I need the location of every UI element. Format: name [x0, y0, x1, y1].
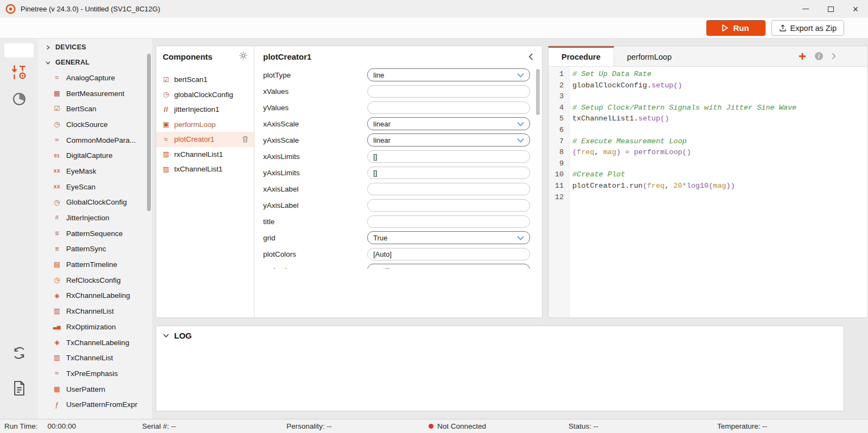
property-input[interactable]	[367, 150, 530, 163]
content-area: Components	[152, 39, 868, 419]
property-input[interactable]	[367, 199, 530, 212]
run-button[interactable]: Run	[706, 20, 765, 36]
property-select[interactable]: rectilinear	[367, 264, 530, 269]
editor-tab[interactable]: Procedure	[548, 46, 614, 66]
tree-item[interactable]: ≡ PatternSync	[38, 241, 152, 257]
property-select[interactable]: line	[367, 68, 530, 81]
component-item[interactable]: ▥ rxChannelList1	[156, 147, 254, 162]
sync-icon[interactable]	[0, 346, 38, 360]
tree-item[interactable]: ◈ RxChannelLabeling	[38, 288, 152, 304]
gear-icon[interactable]	[239, 52, 247, 62]
add-tab-icon[interactable]: +	[799, 50, 806, 63]
property-row: xAxisScale linear	[254, 116, 542, 132]
tree-item[interactable]: XX EyeMask	[38, 163, 152, 179]
component-item-label: bertScan1	[174, 75, 208, 84]
properties-panel: plotCreator1 plotType line	[254, 46, 542, 317]
tree-item[interactable]: ≡ PatternSequence	[38, 226, 152, 241]
io-config-icon[interactable]	[0, 63, 38, 81]
tree-item[interactable]: ▦ BertMeasurement	[38, 86, 152, 101]
tree-item[interactable]: XX EyeScan	[38, 179, 152, 195]
tree-item[interactable]: ▥ TxChannelList	[38, 350, 152, 366]
tree-item[interactable]: ▥ RxChannelList	[38, 303, 152, 319]
close-button[interactable]: ×	[843, 0, 868, 18]
properties-scrollbar[interactable]	[536, 69, 540, 115]
code-text: plotCreator1.run(freq, 20*log10(mag))	[564, 181, 735, 192]
binary-icon: 01	[52, 154, 62, 158]
tree-item-label: EyeScan	[66, 183, 95, 191]
tree-item[interactable]: ≈ AnalogCapture	[38, 70, 152, 86]
tree-item[interactable]: ▃▅ RxOptimization	[38, 319, 152, 335]
component-item[interactable]: ◷ globalClockConfig	[156, 87, 254, 103]
component-item[interactable]: // jitterInjection1	[156, 102, 254, 117]
property-select-value: linear	[373, 120, 391, 128]
tree-item-label: RxChannelLabeling	[66, 291, 130, 300]
minimize-icon	[802, 9, 809, 9]
code-line: 11 plotCreator1.run(freq, 20*log10(mag))	[548, 181, 867, 192]
property-row: plotColors [Auto]	[254, 246, 542, 262]
pattern-sync-icon: ≡	[52, 246, 62, 253]
tree-item[interactable]: ≈ TxPreEmphasis	[38, 366, 152, 381]
property-select[interactable]: True	[367, 231, 530, 244]
component-item[interactable]: ▥ txChannelList1	[156, 162, 254, 177]
waveform-icon: ≈	[52, 137, 62, 144]
sequence-icon: ≡	[52, 230, 62, 237]
property-input[interactable]	[367, 183, 530, 195]
property-input[interactable]	[367, 248, 530, 260]
property-label: xValues	[263, 87, 367, 95]
property-select[interactable]: linear	[367, 133, 530, 147]
maximize-button[interactable]	[818, 0, 843, 18]
tree-item[interactable]: ◈ TxChannelLabeling	[38, 335, 152, 351]
main-area: DEVICES GENERAL ≈ AnalogCapture ▦ BertMe…	[0, 39, 868, 419]
log-title: LOG	[174, 331, 192, 340]
pie-chart-icon[interactable]	[0, 92, 38, 106]
tree-item[interactable]: ▤ PatternTimeline	[38, 257, 152, 272]
tree-item[interactable]: ◷ GlobalClockConfig	[38, 195, 152, 211]
tree-item[interactable]: ≈ CommonModePara...	[38, 132, 152, 148]
info-icon[interactable]: i	[815, 52, 823, 60]
tree-section-general[interactable]: GENERAL	[38, 55, 152, 70]
component-item[interactable]: ▣ performLoop	[156, 117, 254, 132]
code-text	[564, 192, 572, 203]
trash-icon[interactable]	[242, 136, 248, 143]
panels-row: Components	[156, 46, 868, 318]
serial-number: Serial #: --	[142, 419, 176, 433]
code-text: # Execute Measurement Loop	[564, 136, 687, 148]
chevron-down-icon	[517, 119, 524, 129]
list-icon: ▥	[162, 166, 170, 173]
center-panel: Components	[156, 46, 542, 318]
tree-item-label: PatternTimeline	[66, 260, 117, 269]
tree-section-devices[interactable]: DEVICES	[38, 40, 152, 55]
loop-icon: ▣	[162, 121, 170, 128]
titlebar: Pinetree (v 24.3.0) - Untitled (SV1C_8C1…	[0, 0, 868, 18]
collapse-panel-icon[interactable]	[528, 53, 533, 60]
line-number: 4	[548, 103, 564, 114]
app-logo-icon	[5, 4, 16, 14]
property-input[interactable]	[367, 101, 530, 114]
editor-tab-label: performLoop	[627, 53, 672, 61]
minimize-button[interactable]	[793, 0, 818, 18]
property-row: xAxisLabel	[254, 181, 542, 197]
component-item[interactable]: ☑ bertScan1	[156, 72, 254, 87]
chevron-right-icon[interactable]	[832, 53, 836, 60]
log-header[interactable]: LOG	[163, 330, 837, 340]
property-input[interactable]	[367, 167, 530, 179]
component-item[interactable]: ≈ plotCreator1	[156, 132, 254, 147]
property-select[interactable]: linear	[367, 117, 530, 130]
editor-tab[interactable]: performLoop	[614, 46, 685, 66]
tree-item[interactable]: // JitterInjection	[38, 210, 152, 226]
property-input[interactable]	[367, 85, 530, 98]
property-label: plotColors	[263, 250, 367, 258]
run-time-label: Run Time:	[4, 422, 38, 430]
tree-scrollbar[interactable]	[147, 54, 151, 211]
tree-item[interactable]: ◷ RefClocksConfig	[38, 272, 152, 288]
document-icon[interactable]	[0, 380, 38, 396]
code-line: 10 #Create Plot	[548, 169, 867, 181]
export-zip-button[interactable]: Export as Zip	[771, 20, 844, 36]
tree-item[interactable]: ◷ ClockSource	[38, 117, 152, 132]
tree-item[interactable]: ƒ UserPatternFromExpr	[38, 397, 152, 412]
tree-item[interactable]: ☑ BertScan	[38, 101, 152, 117]
tree-item[interactable]: 01 DigitalCapture	[38, 148, 152, 163]
property-input[interactable]	[367, 215, 530, 228]
tree-item[interactable]: ▦ UserPattern	[38, 381, 152, 397]
code-editor[interactable]: 1 # Set Up Data Rate 2 globalClockConfig…	[548, 67, 867, 317]
